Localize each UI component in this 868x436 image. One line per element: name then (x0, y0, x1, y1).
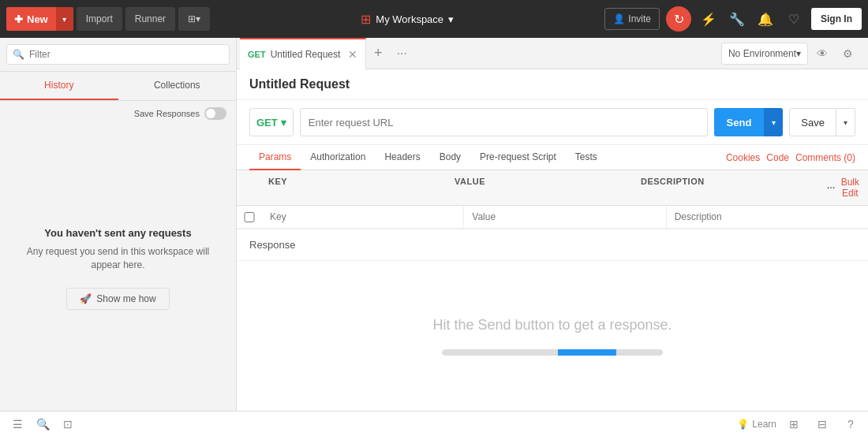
request-title-bar: Untitled Request (237, 69, 868, 100)
sidebar-item-history[interactable]: History (0, 72, 118, 100)
key-input[interactable] (262, 206, 463, 228)
cookies-link[interactable]: Cookies (726, 152, 760, 163)
response-loading-bar (442, 349, 663, 356)
workspace-bottom-button[interactable]: ⊟ (811, 413, 833, 435)
tab-params[interactable]: Params (249, 145, 301, 170)
runner-button[interactable]: Runner (125, 7, 175, 31)
url-bar: GET ▾ Send ▾ Save ▾ (237, 100, 868, 145)
workspace-bottom-icon: ⊟ (817, 418, 827, 430)
settings-button[interactable]: 🔧 (726, 8, 748, 30)
table-row (237, 206, 868, 229)
sign-in-button[interactable]: Sign In (811, 8, 862, 30)
sidebar-search-input[interactable] (6, 44, 230, 65)
sidebar-toggle-button[interactable]: ☰ (6, 413, 28, 435)
sidebar-empty-state: You haven't sent any requests Any reques… (0, 126, 236, 411)
response-label: Response (237, 229, 868, 261)
eye-icon-button[interactable]: 👁 (811, 43, 833, 65)
invite-button[interactable]: 👤 Invite (604, 8, 660, 30)
search-bottom-button[interactable]: 🔍 (32, 413, 54, 435)
params-table-header: KEY VALUE DESCRIPTION ··· Bulk Edit (237, 170, 868, 206)
tab-authorization[interactable]: Authorization (301, 145, 375, 170)
url-input[interactable] (300, 108, 708, 136)
row-check-input[interactable] (243, 212, 256, 222)
workspace-selector[interactable]: ⊞ My Workspace ▾ (354, 9, 460, 30)
layout-button[interactable]: ⊞ ▾ (178, 7, 210, 31)
sidebar-empty-title: You haven't sent any requests (44, 227, 191, 239)
response-area: Response Hit the Send button to get a re… (237, 229, 868, 411)
request-subtabs: Params Authorization Headers Body Pre-re… (237, 145, 868, 170)
env-chevron-icon: ▾ (796, 48, 801, 59)
value-input[interactable] (464, 206, 665, 228)
tab-tests[interactable]: Tests (566, 145, 607, 170)
bulk-edit-button[interactable]: Bulk Edit (839, 177, 862, 199)
top-toolbar: ✚ New ▾ Import Runner ⊞ ▾ ⊞ My Workspace… (0, 0, 868, 38)
help-button[interactable]: ? (840, 413, 862, 435)
description-input[interactable] (667, 206, 868, 228)
more-tabs-button[interactable]: ··· (390, 42, 413, 65)
gear-icon-button[interactable]: ⚙ (836, 43, 859, 65)
import-button[interactable]: Import (77, 7, 122, 31)
request-title: Untitled Request (249, 77, 855, 91)
interceptor-icon: ⚡ (701, 12, 716, 27)
header-description: DESCRIPTION (634, 170, 821, 205)
wrench-icon: 🔧 (729, 12, 745, 27)
sidebar-empty-desc: Any request you send in this workspace w… (16, 245, 220, 272)
new-dropdown-button[interactable]: ▾ (56, 7, 73, 31)
header-key: KEY (262, 170, 448, 205)
more-icon[interactable]: ··· (827, 183, 836, 192)
request-tab[interactable]: GET Untitled Request ✕ (240, 38, 366, 69)
comments-link[interactable]: Comments (0) (795, 152, 855, 163)
layout-bottom-button[interactable]: ⊞ (783, 413, 805, 435)
subtabs-right: Cookies Code Comments (0) (726, 152, 855, 163)
send-button-group: Send ▾ (714, 108, 784, 136)
loading-seg-2 (558, 349, 616, 356)
code-link[interactable]: Code (766, 152, 789, 163)
sync-button[interactable]: ↻ (666, 6, 691, 32)
send-button[interactable]: Send (714, 108, 765, 136)
environment-selector[interactable]: No Environment ▾ (721, 43, 808, 65)
new-button[interactable]: ✚ New (6, 7, 56, 31)
add-tab-button[interactable]: + (366, 42, 390, 65)
method-chevron-icon: ▾ (281, 117, 286, 129)
save-dropdown-button[interactable]: ▾ (836, 108, 855, 136)
tab-body[interactable]: Body (430, 145, 470, 170)
heart-button[interactable]: ♡ (783, 8, 805, 30)
tab-close-icon[interactable]: ✕ (348, 48, 357, 61)
person-add-icon: 👤 (613, 13, 625, 24)
header-value: VALUE (448, 170, 634, 205)
content-area: GET Untitled Request ✕ + ··· No Environm… (237, 38, 868, 411)
bottom-right: 💡 Learn ⊞ ⊟ ? (737, 413, 862, 435)
method-selector[interactable]: GET ▾ (249, 108, 294, 136)
workspace-grid-icon: ⊞ (361, 12, 371, 27)
new-button-group: ✚ New ▾ (6, 7, 73, 31)
save-responses-toggle[interactable] (204, 107, 226, 120)
gear-icon: ⚙ (843, 47, 853, 60)
heart-icon: ♡ (788, 12, 799, 27)
notifications-button[interactable]: 🔔 (754, 8, 776, 30)
search-wrapper: 🔍 (6, 44, 230, 65)
console-button[interactable]: ⊡ (57, 413, 79, 435)
plus-icon: ✚ (14, 13, 23, 25)
lightbulb-icon: 💡 (737, 419, 749, 430)
save-button[interactable]: Save (789, 108, 836, 136)
tabs-right: No Environment ▾ 👁 ⚙ (721, 43, 865, 65)
send-dropdown-button[interactable]: ▾ (764, 108, 783, 136)
tab-pre-request[interactable]: Pre-request Script (470, 145, 566, 170)
response-empty-state: Hit the Send button to get a response. (237, 261, 868, 411)
sidebar-icon: ☰ (13, 418, 23, 430)
main-area: 🔍 History Collections Save Responses You… (0, 38, 868, 411)
search-bottom-icon: 🔍 (36, 418, 50, 430)
row-checkbox[interactable] (237, 207, 262, 227)
eye-icon: 👁 (817, 47, 828, 60)
save-button-group: Save ▾ (789, 108, 855, 136)
show-me-button[interactable]: 🚀 Show me how (66, 288, 169, 310)
learn-link[interactable]: 💡 Learn (737, 419, 776, 430)
console-icon: ⊡ (63, 418, 73, 430)
interceptor-button[interactable]: ⚡ (698, 8, 720, 30)
tab-headers[interactable]: Headers (375, 145, 429, 170)
header-check (237, 170, 262, 205)
sidebar-item-collections[interactable]: Collections (118, 72, 237, 100)
header-actions: ··· Bulk Edit (821, 170, 868, 205)
row-key-cell (262, 206, 463, 228)
params-table: KEY VALUE DESCRIPTION ··· Bulk Edit (237, 170, 868, 229)
